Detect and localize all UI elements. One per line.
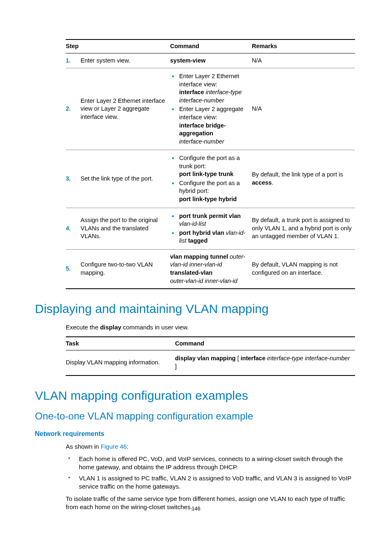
list-item: Configure the port as a hybrid port: por… bbox=[170, 179, 249, 204]
cmd-lead: Enter Layer 2 Ethernet interface view: bbox=[179, 73, 239, 88]
list-item: Enter Layer 2 aggregate interface view: … bbox=[170, 105, 249, 146]
table-row: 3. Set the link type of the port. Config… bbox=[66, 150, 355, 208]
cmd-bold: system-view bbox=[170, 57, 205, 64]
display-table: Task Command Display VLAN mapping inform… bbox=[66, 336, 355, 376]
paragraph: Execute the display commands in user vie… bbox=[66, 323, 355, 331]
list-item: Enter Layer 2 Ethernet interface view: i… bbox=[170, 72, 249, 104]
table-row: Display VLAN mapping information. displa… bbox=[66, 350, 355, 375]
command-cell: vlan mapping tunnel outer-vlan-id inner-… bbox=[170, 249, 252, 289]
cmd-italic: interface-number bbox=[179, 97, 224, 104]
body-block: As shown in Figure 46: Each home is offe… bbox=[66, 443, 355, 512]
heading-network-req: Network requirements bbox=[35, 429, 355, 438]
table-row: 4. Assign the port to the original VLANs… bbox=[66, 208, 355, 249]
text: : bbox=[127, 443, 128, 450]
cmd-text: ] bbox=[175, 363, 177, 370]
remarks-bold: access bbox=[252, 179, 272, 186]
procedure-table: Step Command Remarks 1. Enter system vie… bbox=[66, 39, 355, 289]
step-number: 1. bbox=[66, 53, 81, 68]
remarks-cell: By default, VLAN mapping is not configur… bbox=[252, 249, 355, 289]
remarks-cell: By default, a trunk port is assigned to … bbox=[252, 208, 355, 249]
step-number: 5. bbox=[66, 249, 81, 289]
task-cell: Display VLAN mapping information. bbox=[66, 350, 175, 375]
cmd-bold: port trunk permit vlan bbox=[179, 213, 241, 219]
cmd-bold: display vlan mapping bbox=[175, 355, 235, 362]
cmd-lead: Configure the port as a trunk port: bbox=[179, 155, 240, 169]
th-command: Command bbox=[175, 337, 355, 350]
cmd-italic: vlan-id-list bbox=[179, 220, 206, 227]
list-item: Configure the port as a trunk port: port… bbox=[170, 154, 249, 178]
heading-examples: VLAN mapping configuration examples bbox=[35, 387, 355, 404]
remarks-cell: By default, the link type of a port is a… bbox=[252, 150, 355, 208]
text: commands in user view. bbox=[121, 324, 189, 331]
cmd-italic: interface-number bbox=[179, 138, 224, 145]
step-text: Set the link type of the port. bbox=[81, 150, 170, 208]
step-text: Enter Layer 2 Ethernet interface view or… bbox=[81, 68, 170, 150]
cmd-bold: interface bbox=[241, 355, 265, 362]
step-text: Enter system view. bbox=[81, 53, 170, 68]
figure-link[interactable]: Figure 46 bbox=[101, 443, 127, 450]
cmd-bold: port link-type trunk bbox=[179, 171, 233, 177]
text-bold: display bbox=[100, 324, 121, 331]
remarks-cell: N/A bbox=[252, 68, 355, 150]
text: As shown in bbox=[66, 443, 101, 450]
cmd-italic: interface-type interface-number bbox=[267, 355, 350, 362]
cmd-italic: outer-vlan-id inner-vlan-id bbox=[170, 278, 238, 284]
th-remarks: Remarks bbox=[252, 39, 355, 53]
remarks-cell: N/A bbox=[252, 53, 355, 68]
bullet-list: Each home is offered PC, VoD, and VoIP s… bbox=[66, 455, 355, 491]
paragraph: As shown in Figure 46: bbox=[66, 443, 355, 451]
cmd-text: [ bbox=[235, 355, 240, 362]
th-command: Command bbox=[170, 39, 252, 53]
table-row: 1. Enter system view. system-view N/A bbox=[66, 53, 355, 68]
command-cell: system-view bbox=[170, 53, 252, 68]
cmd-bold: translated-vlan bbox=[170, 269, 212, 276]
page: Step Command Remarks 1. Enter system vie… bbox=[0, 0, 392, 533]
cmd-lead: Configure the port as a hybrid port: bbox=[179, 180, 240, 195]
page-number: 146 bbox=[0, 505, 392, 512]
table-row: 5. Configure two-to-two VLAN mapping. vl… bbox=[66, 249, 355, 289]
cmd-bold: interface bridge-aggregation bbox=[179, 122, 226, 137]
cmd-bold: port hybrid vlan bbox=[179, 229, 224, 236]
cmd-lead: Enter Layer 2 aggregate interface view: bbox=[179, 106, 243, 121]
command-cell: Enter Layer 2 Ethernet interface view: i… bbox=[170, 68, 252, 150]
cmd-bold: port link-type hybrid bbox=[179, 196, 237, 202]
th-step: Step bbox=[66, 39, 170, 53]
list-item: Each home is offered PC, VoD, and VoIP s… bbox=[66, 455, 355, 472]
list-item: VLAN 1 is assigned to PC traffic, VLAN 2… bbox=[66, 474, 355, 491]
remarks-text: By default, the link type of a port is bbox=[252, 171, 343, 178]
heading-one-to-one: One-to-one VLAN mapping configuration ex… bbox=[35, 410, 355, 423]
heading-displaying: Displaying and maintaining VLAN mapping bbox=[35, 301, 355, 317]
command-cell: Configure the port as a trunk port: port… bbox=[170, 150, 252, 208]
cmd-italic: interface-type bbox=[205, 89, 242, 95]
step-text: Assign the port to the original VLANs an… bbox=[81, 208, 170, 249]
th-task: Task bbox=[66, 337, 175, 350]
command-cell: port trunk permit vlan vlan-id-list port… bbox=[170, 208, 252, 249]
text: Execute the bbox=[66, 324, 100, 331]
step-number: 4. bbox=[66, 208, 81, 249]
cmd-bold: vlan mapping tunnel bbox=[170, 253, 228, 260]
remarks-text: . bbox=[272, 179, 273, 186]
list-item: port hybrid vlan vlan-id-list tagged bbox=[170, 229, 249, 245]
list-item: port trunk permit vlan vlan-id-list bbox=[170, 212, 249, 228]
cmd-bold: interface bbox=[179, 89, 204, 95]
cmd-bold: tagged bbox=[188, 237, 208, 244]
step-text: Configure two-to-two VLAN mapping. bbox=[81, 249, 170, 289]
step-number: 2. bbox=[66, 68, 81, 150]
command-cell: display vlan mapping [ interface interfa… bbox=[175, 350, 355, 375]
step-number: 3. bbox=[66, 150, 81, 208]
table-row: 2. Enter Layer 2 Ethernet interface view… bbox=[66, 68, 355, 150]
